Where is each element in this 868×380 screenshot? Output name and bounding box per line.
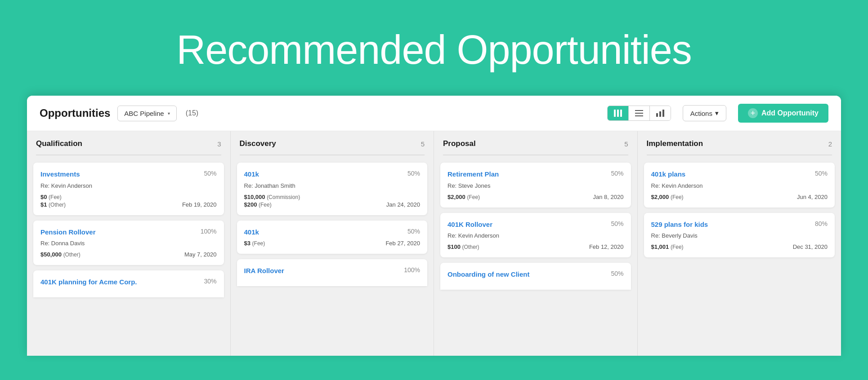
card-amounts: $1,001 (Fee) bbox=[651, 243, 684, 250]
actions-button[interactable]: Actions ▾ bbox=[683, 105, 726, 121]
card-re: Re: Beverly Davis bbox=[651, 232, 828, 239]
card-date: Feb 27, 2020 bbox=[385, 240, 420, 247]
chart-view-button[interactable] bbox=[650, 106, 671, 120]
column-title-proposal: Proposal bbox=[443, 139, 476, 148]
card-title[interactable]: 401k bbox=[244, 228, 259, 237]
amount-label: (Other) bbox=[462, 244, 479, 250]
kanban-view-button[interactable] bbox=[608, 106, 629, 120]
actions-label: Actions bbox=[690, 110, 712, 117]
opp-card[interactable]: 401K Rollover50%Re: Kevin Anderson$100 (… bbox=[440, 213, 631, 258]
page-title: Opportunities bbox=[40, 107, 110, 119]
opp-card[interactable]: 529 plans for kids80%Re: Beverly Davis$1… bbox=[644, 213, 835, 258]
opportunities-count: (15) bbox=[186, 109, 198, 117]
card-title[interactable]: 401k bbox=[244, 170, 259, 179]
card-header: 401K planning for Acme Corp.30% bbox=[40, 278, 217, 287]
amount-value: $2,000 bbox=[651, 194, 669, 200]
card-amount: $100 (Other) bbox=[447, 243, 479, 250]
card-footer: $2,000 (Fee)Jun 4, 2020 bbox=[651, 194, 828, 200]
card-date: Feb 19, 2020 bbox=[182, 201, 217, 208]
card-header: Investments50% bbox=[40, 170, 217, 179]
column-header-implementation: Implementation2 bbox=[638, 131, 841, 155]
view-toggles bbox=[607, 106, 671, 121]
card-amount: $10,000 (Commission) bbox=[244, 194, 300, 200]
card-footer: $100 (Other)Feb 12, 2020 bbox=[447, 243, 624, 250]
card-amount: $50,000 (Other) bbox=[40, 251, 81, 258]
card-percent: 100% bbox=[404, 266, 420, 274]
opp-card[interactable]: 401K planning for Acme Corp.30% bbox=[33, 270, 224, 297]
card-title[interactable]: 401k plans bbox=[651, 170, 686, 179]
column-header-discovery: Discovery5 bbox=[231, 131, 434, 155]
card-re: Re: Steve Jones bbox=[447, 182, 624, 189]
card-date: Dec 31, 2020 bbox=[793, 243, 828, 250]
card-amount: $1,001 (Fee) bbox=[651, 243, 684, 250]
card-title[interactable]: 401K Rollover bbox=[447, 220, 492, 229]
card-amounts: $0 (Fee)$1 (Other) bbox=[40, 194, 66, 208]
card-amount: $2,000 (Fee) bbox=[651, 194, 684, 200]
opp-card[interactable]: 401k plans50%Re: Kevin Anderson$2,000 (F… bbox=[644, 163, 835, 208]
card-percent: 50% bbox=[407, 170, 420, 177]
column-discovery: Discovery5401k50%Re: Jonathan Smith$10,0… bbox=[231, 131, 434, 356]
card-header: Onboarding of new Client50% bbox=[447, 270, 624, 279]
chevron-down-icon: ▾ bbox=[168, 111, 170, 116]
card-footer: $50,000 (Other)May 7, 2020 bbox=[40, 251, 217, 258]
card-title[interactable]: Pension Rollover bbox=[40, 228, 96, 237]
amount-value: $1,001 bbox=[651, 243, 669, 250]
card-percent: 50% bbox=[407, 228, 420, 235]
card-date: Jun 4, 2020 bbox=[797, 194, 828, 200]
card-percent: 30% bbox=[204, 278, 216, 285]
card-title[interactable]: 401K planning for Acme Corp. bbox=[40, 278, 137, 287]
card-amount: $1 (Other) bbox=[40, 201, 66, 208]
card-footer: $0 (Fee)$1 (Other)Feb 19, 2020 bbox=[40, 194, 217, 208]
card-title[interactable]: Retirement Plan bbox=[447, 170, 499, 179]
opp-card[interactable]: Investments50%Re: Kevin Anderson$0 (Fee)… bbox=[33, 163, 224, 215]
amount-label: (Fee) bbox=[49, 194, 62, 200]
card-amounts: $2,000 (Fee) bbox=[447, 194, 480, 200]
card-title[interactable]: IRA Rollover bbox=[244, 266, 284, 275]
amount-value: $1 bbox=[40, 201, 47, 208]
card-title[interactable]: Onboarding of new Client bbox=[447, 270, 530, 279]
card-re: Re: Kevin Anderson bbox=[651, 182, 828, 189]
card-percent: 50% bbox=[611, 220, 623, 227]
card-amount: $200 (Fee) bbox=[244, 201, 300, 208]
opp-card[interactable]: Retirement Plan50%Re: Steve Jones$2,000 … bbox=[440, 163, 631, 208]
svg-rect-4 bbox=[635, 113, 643, 114]
amount-label: (Other) bbox=[49, 202, 66, 208]
column-title-discovery: Discovery bbox=[240, 139, 276, 148]
svg-rect-6 bbox=[656, 113, 658, 117]
card-amounts: $10,000 (Commission)$200 (Fee) bbox=[244, 194, 300, 208]
card-percent: 50% bbox=[611, 170, 623, 177]
cards-area-discovery: 401k50%Re: Jonathan Smith$10,000 (Commis… bbox=[231, 163, 434, 286]
card-header: Retirement Plan50% bbox=[447, 170, 624, 179]
card-re: Re: Kevin Anderson bbox=[40, 182, 217, 189]
column-header-proposal: Proposal5 bbox=[434, 131, 637, 155]
opp-card[interactable]: IRA Rollover100% bbox=[237, 259, 428, 286]
card-title[interactable]: Investments bbox=[40, 170, 80, 179]
card-header: 401K Rollover50% bbox=[447, 220, 624, 229]
amount-label: (Other) bbox=[63, 252, 81, 258]
app-container: Opportunities ABC Pipeline ▾ (15) bbox=[27, 96, 841, 356]
opp-card[interactable]: 401k50%Re: Jonathan Smith$10,000 (Commis… bbox=[237, 163, 428, 215]
opp-card[interactable]: 401k50%$3 (Fee)Feb 27, 2020 bbox=[237, 221, 428, 254]
amount-label: (Fee) bbox=[467, 194, 480, 200]
actions-chevron-icon: ▾ bbox=[715, 109, 719, 117]
amount-label: (Fee) bbox=[252, 240, 265, 247]
svg-rect-5 bbox=[635, 115, 643, 116]
amount-value: $10,000 bbox=[244, 194, 265, 200]
amount-value: $3 bbox=[244, 240, 251, 247]
column-qualification: Qualification3Investments50%Re: Kevin An… bbox=[27, 131, 231, 356]
kanban-board: Qualification3Investments50%Re: Kevin An… bbox=[27, 131, 841, 356]
card-percent: 80% bbox=[815, 220, 828, 227]
list-view-button[interactable] bbox=[629, 106, 650, 120]
hero-section: Recommended Opportunities bbox=[0, 0, 868, 96]
opp-card[interactable]: Onboarding of new Client50% bbox=[440, 263, 631, 290]
opp-card[interactable]: Pension Rollover100%Re: Donna Davis$50,0… bbox=[33, 221, 224, 265]
card-footer: $2,000 (Fee)Jan 8, 2020 bbox=[447, 194, 624, 200]
pipeline-dropdown[interactable]: ABC Pipeline ▾ bbox=[117, 106, 176, 121]
card-title[interactable]: 529 plans for kids bbox=[651, 220, 708, 229]
add-opportunity-button[interactable]: + Add Opportunity bbox=[738, 104, 828, 123]
card-header: 401k50% bbox=[244, 228, 421, 237]
card-amounts: $2,000 (Fee) bbox=[651, 194, 684, 200]
amount-label: (Commission) bbox=[267, 194, 300, 200]
card-header: 529 plans for kids80% bbox=[651, 220, 828, 229]
card-footer: $3 (Fee)Feb 27, 2020 bbox=[244, 240, 421, 247]
